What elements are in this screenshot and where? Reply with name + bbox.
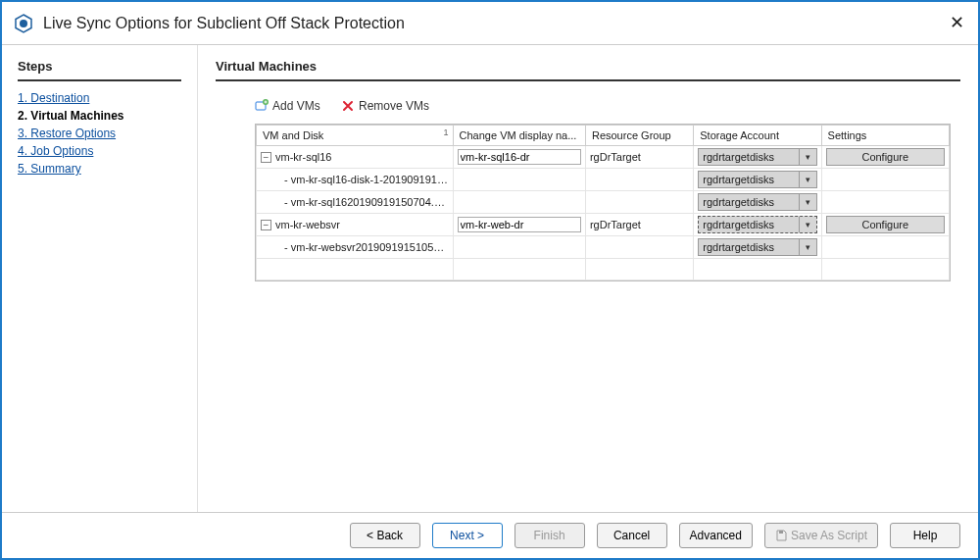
vm-name-cell[interactable]: −vm-kr-sql16 (257, 146, 454, 169)
table-row: −vm-kr-websvr rgDrTarget rgdrtargetdisks… (257, 214, 950, 236)
main-panel: Virtual Machines Add VMs Remove VMs (198, 45, 978, 512)
close-button[interactable]: ✕ (947, 14, 966, 33)
col-settings[interactable]: Settings (821, 126, 949, 146)
resource-group-cell: rgDrTarget (585, 146, 693, 169)
step-destination[interactable]: 1. Destination (18, 91, 181, 105)
disk-name-cell[interactable]: - vm-kr-sql16-disk-1-20190919150... (257, 169, 454, 191)
display-name-input[interactable] (458, 149, 581, 165)
help-button[interactable]: Help (890, 523, 960, 548)
add-vms-label: Add VMs (272, 99, 320, 113)
col-resource-group[interactable]: Resource Group (585, 126, 693, 146)
vm-table: VM and Disk1 Change VM display na... Res… (255, 124, 951, 281)
cancel-button[interactable]: Cancel (597, 523, 667, 548)
table-row: - vm-kr-sql1620190919150704.vhd rgdrtarg… (257, 191, 950, 214)
save-as-script-button: Save As Script (764, 523, 878, 548)
steps-heading: Steps (18, 59, 181, 81)
dialog-body: Steps 1. Destination 2. Virtual Machines… (2, 45, 978, 512)
collapse-icon[interactable]: − (261, 220, 271, 230)
back-button[interactable]: < Back (350, 523, 420, 548)
steps-sidebar: Steps 1. Destination 2. Virtual Machines… (2, 45, 198, 512)
chevron-down-icon: ▾ (799, 194, 816, 210)
svg-rect-4 (779, 531, 783, 534)
app-icon (14, 14, 33, 33)
chevron-down-icon: ▾ (799, 239, 816, 255)
chevron-down-icon: ▾ (799, 149, 816, 165)
chevron-down-icon: ▾ (799, 172, 816, 187)
vm-name-cell[interactable]: −vm-kr-websvr (257, 214, 454, 236)
remove-vm-icon (341, 99, 355, 113)
section-title: Virtual Machines (216, 59, 960, 81)
remove-vms-label: Remove VMs (359, 99, 429, 113)
storage-account-select[interactable]: rgdrtargetdisks▾ (698, 216, 816, 233)
advanced-button[interactable]: Advanced (679, 523, 753, 548)
dialog-footer: < Back Next > Finish Cancel Advanced Sav… (2, 512, 978, 558)
add-vm-icon (255, 99, 269, 113)
vm-toolbar: Add VMs Remove VMs (255, 99, 960, 116)
col-storage-account[interactable]: Storage Account (694, 126, 821, 146)
next-button[interactable]: Next > (432, 523, 503, 548)
storage-account-select[interactable]: rgdrtargetdisks▾ (698, 171, 816, 188)
step-summary[interactable]: 5. Summary (18, 162, 181, 176)
svg-point-1 (20, 20, 27, 27)
table-row-empty (257, 259, 950, 280)
display-name-input[interactable] (458, 217, 581, 232)
step-restore-options[interactable]: 3. Restore Options (18, 127, 181, 140)
step-virtual-machines[interactable]: 2. Virtual Machines (18, 109, 181, 123)
remove-vms-button[interactable]: Remove VMs (341, 99, 429, 113)
window-title: Live Sync Options for Subclient Off Stac… (43, 15, 405, 32)
table-row: - vm-kr-sql16-disk-1-20190919150... rgdr… (257, 169, 950, 191)
table-header-row: VM and Disk1 Change VM display na... Res… (257, 126, 950, 146)
dialog-window: Live Sync Options for Subclient Off Stac… (0, 0, 980, 560)
table-row: −vm-kr-sql16 rgDrTarget rgdrtargetdisks▾… (257, 146, 950, 169)
save-icon (775, 530, 787, 541)
resource-group-cell: rgDrTarget (585, 214, 693, 236)
titlebar: Live Sync Options for Subclient Off Stac… (2, 2, 978, 45)
storage-account-select[interactable]: rgdrtargetdisks▾ (698, 148, 816, 166)
disk-name-cell[interactable]: - vm-kr-websvr20190919151059.... (257, 236, 454, 259)
storage-account-select[interactable]: rgdrtargetdisks▾ (698, 238, 816, 256)
configure-button[interactable]: Configure (826, 148, 945, 166)
col-display-name[interactable]: Change VM display na... (453, 126, 585, 146)
collapse-icon[interactable]: − (261, 152, 271, 163)
col-vm-and-disk[interactable]: VM and Disk1 (257, 126, 454, 146)
finish-button: Finish (514, 523, 585, 548)
step-job-options[interactable]: 4. Job Options (18, 144, 181, 158)
table-row: - vm-kr-websvr20190919151059.... rgdrtar… (257, 236, 950, 259)
storage-account-select[interactable]: rgdrtargetdisks▾ (698, 193, 816, 211)
sort-indicator: 1 (444, 127, 449, 137)
disk-name-cell[interactable]: - vm-kr-sql1620190919150704.vhd (257, 191, 454, 214)
configure-button[interactable]: Configure (826, 216, 945, 233)
chevron-down-icon: ▾ (799, 217, 816, 232)
add-vms-button[interactable]: Add VMs (255, 99, 320, 113)
